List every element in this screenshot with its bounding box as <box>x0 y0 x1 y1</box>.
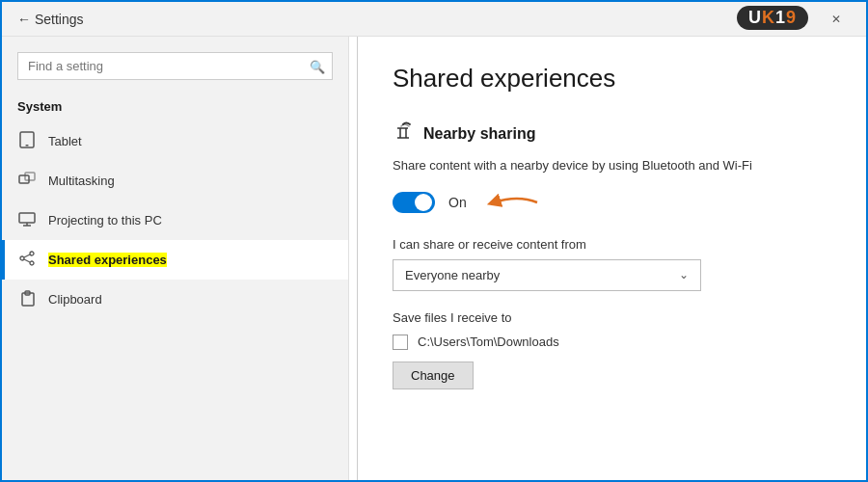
tablet-label: Tablet <box>48 134 82 148</box>
multitasking-icon <box>17 171 37 191</box>
share-section-label: I can share or receive content from <box>393 237 831 252</box>
settings-window: ← Settings — □ ✕ UK19 🔍 System <box>0 0 868 482</box>
svg-rect-1 <box>26 145 29 147</box>
svg-line-10 <box>24 254 30 257</box>
toggle-knob <box>415 194 432 211</box>
toggle-row: On <box>393 189 831 216</box>
sidebar-item-clipboard[interactable]: Clipboard <box>2 280 348 319</box>
search-input[interactable] <box>17 52 333 80</box>
shared-icon <box>17 250 37 270</box>
nearby-sharing-icon <box>393 120 414 147</box>
nearby-sharing-toggle[interactable] <box>393 192 435 213</box>
watermark-badge: UK19 <box>737 6 808 30</box>
svg-rect-4 <box>19 213 35 223</box>
sidebar-item-multitasking[interactable]: Multitasking <box>2 161 348 201</box>
save-label: Save files I receive to <box>393 310 831 325</box>
clipboard-label: Clipboard <box>48 292 102 307</box>
clipboard-icon <box>17 289 37 309</box>
back-button[interactable]: ← Settings <box>17 12 83 27</box>
sidebar-section-label: System <box>2 95 348 121</box>
content-area: Shared experiences Nearby sharing Share … <box>358 37 866 480</box>
nearby-sharing-description: Share content with a nearby device by us… <box>393 156 831 175</box>
chevron-down-icon: ⌄ <box>679 268 689 281</box>
dropdown-selected-value: Everyone nearby <box>405 268 500 282</box>
share-dropdown[interactable]: Everyone nearby ⌄ <box>393 259 701 291</box>
nearby-sharing-heading: Nearby sharing <box>393 120 831 147</box>
svg-line-11 <box>24 259 30 262</box>
svg-point-9 <box>30 261 34 265</box>
main-area: 🔍 System Tablet <box>2 37 866 480</box>
search-icon: 🔍 <box>310 59 325 73</box>
tablet-icon <box>17 131 37 151</box>
search-box[interactable]: 🔍 <box>17 52 333 80</box>
file-path: C:\Users\Tom\Downloads <box>418 335 559 349</box>
watermark-text: UK19 <box>748 8 797 28</box>
sidebar-item-projecting[interactable]: Projecting to this PC <box>2 201 348 240</box>
svg-rect-2 <box>19 175 29 183</box>
change-button[interactable]: Change <box>393 362 474 389</box>
svg-point-7 <box>30 252 34 255</box>
projecting-icon <box>17 210 37 230</box>
projecting-label: Projecting to this PC <box>48 213 162 228</box>
page-title: Shared experiences <box>393 64 831 94</box>
title-bar-left: ← Settings <box>17 12 83 27</box>
save-section: Save files I receive to C:\Users\Tom\Dow… <box>393 310 831 389</box>
nearby-sharing-label: Nearby sharing <box>423 125 535 143</box>
file-row: C:\Users\Tom\Downloads <box>393 335 831 350</box>
shared-label: Shared experiences <box>48 253 167 267</box>
sidebar-item-tablet[interactable]: Tablet <box>2 121 348 161</box>
svg-rect-3 <box>25 173 35 180</box>
arrow-annotation <box>484 189 542 216</box>
close-button[interactable]: ✕ <box>814 2 858 37</box>
toggle-label: On <box>448 195 467 210</box>
multitasking-label: Multitasking <box>48 174 115 188</box>
sidebar-item-shared[interactable]: Shared experiences <box>2 240 348 280</box>
sidebar: 🔍 System Tablet <box>2 37 349 480</box>
svg-point-8 <box>20 256 24 260</box>
file-checkbox[interactable] <box>393 335 408 350</box>
